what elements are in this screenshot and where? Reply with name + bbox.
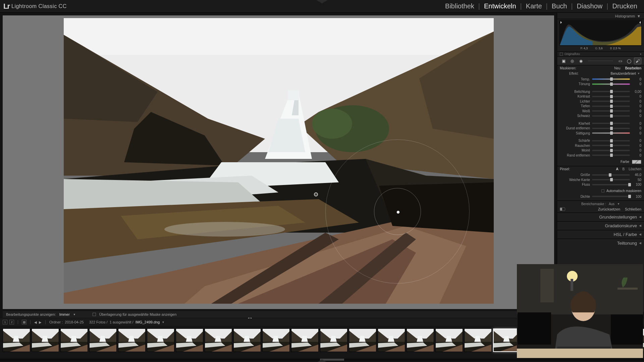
canvas[interactable] <box>3 15 554 309</box>
show-pins-dropdown[interactable]: Immer <box>59 312 70 316</box>
reset-button[interactable]: Zurücksetzen <box>598 207 620 211</box>
brush-center[interactable] <box>396 210 400 214</box>
adjustment-pin[interactable] <box>314 192 318 196</box>
filmstrip-thumb[interactable] <box>176 328 203 352</box>
filmstrip-thumb[interactable] <box>60 328 88 352</box>
slider-defringe[interactable]: Rand entfernen0 <box>560 153 641 158</box>
brush-tool[interactable]: 🖌 <box>634 58 641 64</box>
range-mask-row[interactable]: Bereichsmaske :Aus▼ <box>557 200 644 207</box>
slider-saturation[interactable]: Sättigung0 <box>560 131 641 136</box>
bottom-panel-handle[interactable] <box>316 358 328 362</box>
tab-map[interactable]: Karte <box>523 2 545 10</box>
histogram-readout: R4,3 G3,6 B2,5 % <box>557 46 644 51</box>
tab-library[interactable]: Bibliothek <box>442 2 478 10</box>
panel-basic[interactable]: Grundeinstellungen◀ <box>557 213 644 221</box>
svg-marker-27 <box>560 21 562 24</box>
overlay-footer: Bearbeitungspunkte anzeigen: Immer ▼ Übe… <box>3 311 557 318</box>
slider-whites[interactable]: Weiß0 <box>560 109 641 114</box>
second-window-icon-2[interactable]: 2 <box>9 320 14 324</box>
svg-rect-2 <box>64 18 494 55</box>
gradient-tool[interactable]: ▭ <box>616 58 624 64</box>
checkbox-icon[interactable] <box>601 189 604 192</box>
slider-temp[interactable]: Temp.0 <box>560 77 641 82</box>
filmstrip-thumb[interactable] <box>291 328 319 352</box>
chevron-icon[interactable]: ▾ <box>640 53 641 56</box>
slider-brush-size[interactable]: Größe46,0 <box>560 173 641 178</box>
filmstrip-thumb[interactable] <box>233 328 261 352</box>
filmstrip-thumb[interactable] <box>407 328 434 352</box>
slider-brush-feather[interactable]: Weiche Kante50 <box>560 177 641 182</box>
histogram[interactable] <box>559 20 642 46</box>
color-row[interactable]: Farbe <box>557 159 644 166</box>
slider-tint[interactable]: Tönung0 <box>560 82 641 87</box>
slider-noise[interactable]: Rauschen0 <box>560 143 641 148</box>
slider-sharpness[interactable]: Schärfe0 <box>560 138 641 143</box>
filmstrip-thumb[interactable] <box>464 328 492 352</box>
slider-highlights[interactable]: Lichter0 <box>560 99 641 104</box>
original-photo-row[interactable]: Originalfoto ▾ <box>557 51 644 57</box>
tab-slideshow[interactable]: Diashow <box>574 2 606 10</box>
filmstrip-thumb[interactable] <box>349 328 376 352</box>
redeye-tool[interactable]: ◉ <box>577 58 585 64</box>
filmstrip-thumb[interactable] <box>147 328 174 352</box>
nav-prev-icon[interactable]: ◀ <box>34 320 37 324</box>
svg-marker-26 <box>379 182 494 233</box>
panel-tonecurve[interactable]: Gradationskurve◀ <box>557 221 644 230</box>
effect-row[interactable]: Effekt: Benutzerdefiniert▼ <box>557 71 644 76</box>
panel-split[interactable]: Teiltonung◀ <box>557 239 644 247</box>
brush-header: Pinsel: A B Löschen <box>557 166 644 172</box>
slider-brush-flow[interactable]: Fluss100 <box>560 182 641 187</box>
histogram-title[interactable]: Histogramm <box>615 14 635 18</box>
tab-develop[interactable]: Entwickeln <box>481 2 520 10</box>
tab-print[interactable]: Drucken <box>609 2 641 10</box>
filmstrip-thumb[interactable] <box>205 328 232 352</box>
spot-tool[interactable]: ◎ <box>569 58 576 64</box>
svg-point-10 <box>312 109 352 139</box>
slider-moire[interactable]: Moiré0 <box>560 148 641 153</box>
slider-dehaze[interactable]: Dunst entfernen0 <box>560 126 641 131</box>
svg-rect-179 <box>618 288 638 290</box>
lr-logo-icon: Lr <box>3 2 9 11</box>
filmstrip-thumb[interactable] <box>3 328 30 352</box>
filmstrip-thumb[interactable] <box>435 328 463 352</box>
filmstrip-thumb[interactable] <box>118 328 146 352</box>
brush-a[interactable]: A <box>616 167 619 171</box>
filmstrip-thumb[interactable] <box>320 328 347 352</box>
slider-brush-density[interactable]: Dichte100 <box>560 194 641 199</box>
svg-rect-180 <box>518 312 551 345</box>
svg-rect-178 <box>571 279 573 291</box>
crop-tool[interactable]: ▣ <box>560 58 567 64</box>
slider-clarity[interactable]: Klarheit0 <box>560 121 641 126</box>
tab-book[interactable]: Buch <box>548 2 571 10</box>
slider-blacks[interactable]: Schwarz0 <box>560 114 641 119</box>
brush-b[interactable]: B <box>623 167 625 171</box>
chevron-down-icon[interactable]: ▼ <box>637 14 641 18</box>
second-window-icon[interactable]: 1 <box>3 320 7 324</box>
slider-exposure[interactable]: Belichtung0,00 <box>560 89 641 94</box>
radial-tool[interactable]: ◯ <box>625 58 633 64</box>
main-photo[interactable] <box>64 18 494 304</box>
filmstrip-thumb[interactable] <box>32 328 59 352</box>
slider-shadows[interactable]: Tiefen0 <box>560 104 641 109</box>
current-filename[interactable]: IMG_2499.dng <box>136 320 160 324</box>
product-name: Lightroom Classic CC <box>11 3 67 9</box>
close-button[interactable]: Schließen <box>625 207 641 211</box>
filmstrip-thumb[interactable] <box>262 328 290 352</box>
filmstrip-thumb[interactable] <box>378 328 405 352</box>
panel-hsl[interactable]: HSL / Farbe◀ <box>557 230 644 239</box>
color-swatch[interactable] <box>632 160 641 164</box>
filmstrip-thumb[interactable]: • • • • • <box>493 328 521 352</box>
mask-new[interactable]: Neu <box>614 66 620 70</box>
mask-mode-row: Maskieren: Neu Bearbeiten <box>557 65 644 71</box>
mask-edit[interactable]: Bearbeiten <box>625 66 641 70</box>
checkbox-icon[interactable] <box>93 313 96 316</box>
nav-next-icon[interactable]: ▶ <box>39 320 42 324</box>
top-panel-handle[interactable] <box>316 0 328 4</box>
slider-contrast[interactable]: Kontrast0 <box>560 94 641 99</box>
panel-switch[interactable] <box>560 207 565 211</box>
brush-erase[interactable]: Löschen <box>629 167 641 171</box>
filmstrip-thumb[interactable] <box>89 328 117 352</box>
checkbox-icon[interactable] <box>560 53 563 56</box>
automask-row[interactable]: Automatisch maskieren <box>557 188 644 193</box>
grid-icon[interactable]: ▦ <box>22 320 26 324</box>
